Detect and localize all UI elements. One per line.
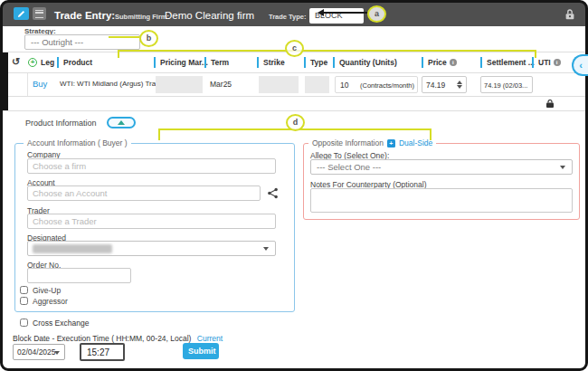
chevron-up-icon	[118, 120, 125, 125]
hamburger-glyph	[35, 10, 43, 18]
column-header-product: Product	[57, 57, 92, 68]
table-header-divider	[3, 72, 585, 73]
company-field[interactable]	[27, 158, 276, 174]
leg-price-field[interactable]: 74.19	[422, 76, 467, 93]
order-no-field[interactable]	[27, 268, 131, 283]
designated-redacted-value	[33, 244, 112, 253]
page-title: Trade Entry:	[54, 10, 115, 21]
cross-exchange-label: Cross Exchange	[33, 319, 89, 328]
price-value: 74.19	[426, 81, 445, 90]
table-left-strip	[3, 52, 8, 110]
section-divider	[3, 110, 585, 111]
give-up-label: Give-Up	[33, 286, 61, 295]
aggressor-checkbox[interactable]	[20, 297, 28, 305]
row-bottom-divider	[3, 96, 585, 97]
leg-type-cell	[305, 76, 329, 93]
lock-icon[interactable]	[564, 8, 576, 21]
allege-to-value: --- Select One ---	[317, 162, 381, 172]
leg-strike-cell	[259, 76, 299, 93]
column-header-term-label: Term	[211, 58, 229, 67]
submit-button[interactable]: Submit	[183, 343, 219, 359]
annotation-b-line	[109, 36, 139, 38]
give-up-checkbox[interactable]	[20, 286, 28, 294]
panel-collapse-tab[interactable]: ‹	[572, 54, 588, 76]
price-info-icon[interactable]: i	[450, 59, 457, 66]
column-header-pricing-margin-label: Pricing Mar...	[160, 58, 208, 67]
column-header-price: Pricei	[422, 57, 457, 68]
product-information-title: Product Information	[25, 119, 97, 128]
column-header-leg: Leg	[41, 58, 54, 67]
compose-trade-icon[interactable]	[14, 7, 29, 20]
allege-to-select[interactable]: --- Select One ---	[310, 159, 573, 175]
quantity-value: 10	[340, 81, 348, 90]
leg-product-cell[interactable]: WTI: WTI Midland (Argus) Trade...	[60, 80, 170, 88]
quantity-units: (Contracts/month)	[360, 81, 414, 90]
column-header-pricing-margin: Pricing Mar...	[154, 57, 208, 68]
block-date-caret-icon	[54, 351, 60, 355]
allege-to-caret-icon	[560, 166, 565, 169]
leg-pricing-margin-cell	[156, 76, 203, 93]
submitting-firm-label: Submitting Firm:	[115, 13, 169, 21]
trader-field[interactable]	[27, 214, 276, 229]
column-header-price-label: Price	[428, 58, 447, 67]
chevron-left-icon: ‹	[579, 60, 583, 71]
aggressor-label: Aggressor	[33, 297, 68, 306]
account-field[interactable]	[27, 186, 261, 201]
current-time-link[interactable]: Current	[197, 334, 223, 343]
annotation-d: d	[286, 114, 305, 131]
leg-settlement-field[interactable]: 74.19 (02/03...	[480, 76, 533, 93]
column-header-type-label: Type	[310, 58, 327, 67]
product-information-collapse-button[interactable]	[107, 117, 136, 128]
block-datetime-label-row: Block Date - Execution Time ( HH:MM, 00-…	[13, 334, 223, 343]
column-header-settlement-label: Settlement ...	[487, 58, 535, 67]
account-information-legend: Account Information ( Buyer )	[24, 138, 131, 147]
uti-info-icon[interactable]: i	[554, 59, 561, 66]
annotation-b: b	[139, 30, 158, 47]
annotation-c-bracket	[118, 50, 536, 58]
share-account-icon[interactable]	[267, 187, 279, 199]
column-header-quantity-label: Quantity (Units)	[339, 58, 397, 67]
block-date-value: 02/04/2025	[17, 347, 56, 357]
column-header-uti-label: UTI	[538, 58, 551, 67]
price-spinner-down-icon[interactable]	[457, 85, 462, 89]
designated-select[interactable]	[27, 241, 276, 256]
column-header-quantity: Quantity (Units)	[333, 57, 397, 68]
pencil-icon	[17, 10, 25, 18]
column-header-uti: UTIi	[532, 57, 561, 68]
column-header-term: Term	[204, 57, 229, 68]
column-header-strike-label: Strike	[263, 58, 285, 67]
annotation-a: a	[367, 5, 386, 23]
annotation-c: c	[285, 40, 304, 57]
undo-icon[interactable]: ↺	[12, 56, 20, 68]
column-header-product-label: Product	[63, 58, 92, 67]
submitting-firm-value: Demo Clearing firm	[165, 10, 254, 21]
row-lock-icon[interactable]	[546, 100, 554, 108]
cross-exchange-checkbox[interactable]	[20, 319, 28, 327]
top-bar: Trade Entry: Submitting Firm: Demo Clear…	[3, 3, 585, 26]
notes-textarea[interactable]	[310, 188, 573, 213]
trade-type-label: Trade Type:	[269, 13, 307, 21]
price-spinner-up-icon[interactable]	[457, 81, 462, 84]
execution-time-input[interactable]	[80, 343, 125, 361]
add-leg-icon[interactable]: +	[28, 58, 37, 67]
menu-icon[interactable]	[33, 7, 46, 20]
settlement-value: 74.19 (02/03...	[484, 81, 527, 90]
leg-term-cell[interactable]: Mar25	[210, 80, 232, 89]
leg-quantity-field[interactable]: 10 (Contracts/month)	[335, 76, 418, 93]
annotation-a-line	[323, 12, 367, 14]
trade-entry-window: Trade Entry: Submitting Firm: Demo Clear…	[0, 0, 588, 371]
block-date-select[interactable]: 02/04/2025	[13, 344, 65, 360]
column-header-type: Type	[304, 57, 327, 68]
column-header-settlement: Settlement ...	[480, 57, 535, 68]
column-header-strike: Strike	[257, 57, 285, 68]
designated-caret-icon	[263, 247, 269, 251]
leg-side-cell[interactable]: Buy	[33, 79, 47, 89]
block-datetime-label: Block Date - Execution Time ( HH:MM, 00-…	[13, 334, 191, 343]
row-gridline	[27, 73, 28, 96]
